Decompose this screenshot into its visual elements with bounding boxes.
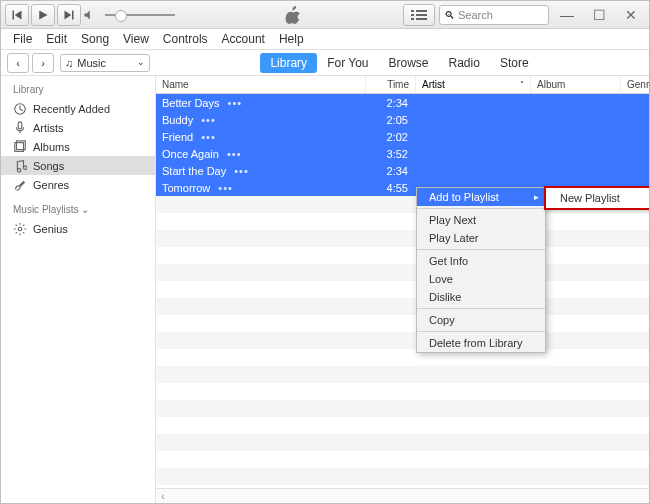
ctx-copy[interactable]: Copy [417, 311, 545, 329]
album-icon [13, 140, 27, 154]
submenu-new-playlist[interactable]: New Playlist [544, 186, 649, 210]
maximize-button[interactable]: ☐ [585, 5, 613, 25]
svg-rect-4 [411, 18, 414, 20]
sidebar-item-albums[interactable]: Albums [1, 137, 155, 156]
song-rows: Better Days •••2:34 Buddy •••2:05 Friend… [156, 94, 649, 488]
nav-bar: ‹ › ♫ Music ⌄ Library For You Browse Rad… [1, 50, 649, 76]
tab-for-you[interactable]: For You [317, 53, 378, 73]
source-label: Music [77, 57, 106, 69]
horizontal-scrollbar[interactable]: ‹ [156, 488, 649, 503]
volume-icon [83, 9, 95, 21]
svg-rect-1 [416, 10, 427, 12]
ctx-play-later[interactable]: Play Later [417, 229, 545, 247]
svg-rect-7 [18, 121, 22, 128]
music-note-icon: ♫ [65, 57, 73, 69]
chevron-right-icon: ▸ [534, 192, 539, 202]
tab-library[interactable]: Library [260, 53, 317, 73]
menu-song[interactable]: Song [75, 30, 115, 48]
clock-icon [13, 102, 27, 116]
guitar-icon [13, 178, 27, 192]
menu-edit[interactable]: Edit [40, 30, 73, 48]
menu-account[interactable]: Account [216, 30, 271, 48]
menu-file[interactable]: File [7, 30, 38, 48]
volume-slider[interactable] [105, 14, 175, 16]
sidebar-item-genius[interactable]: Genius [1, 219, 155, 238]
close-button[interactable]: ✕ [617, 5, 645, 25]
sort-asc-icon: ˄ [520, 80, 524, 89]
column-genre[interactable]: Genre [621, 76, 650, 93]
svg-rect-2 [411, 14, 414, 16]
context-menu: Add to Playlist▸ Play Next Play Later Ge… [416, 187, 546, 353]
column-time[interactable]: Time [366, 76, 416, 93]
tab-radio[interactable]: Radio [439, 53, 490, 73]
column-name[interactable]: Name [156, 76, 366, 93]
song-row[interactable]: Better Days •••2:34 [156, 94, 649, 111]
sidebar-item-artists[interactable]: Artists [1, 118, 155, 137]
search-input[interactable]: 🔍︎Search [439, 5, 549, 25]
ctx-delete[interactable]: Delete from Library [417, 334, 545, 352]
forward-button[interactable]: › [32, 53, 54, 73]
genius-icon [13, 222, 27, 236]
menu-controls[interactable]: Controls [157, 30, 214, 48]
column-album[interactable]: Album [531, 76, 621, 93]
sidebar-item-songs[interactable]: Songs [1, 156, 155, 175]
svg-point-10 [18, 227, 22, 231]
note-icon [13, 159, 27, 173]
title-bar: 🔍︎Search — ☐ ✕ [1, 1, 649, 29]
tab-browse[interactable]: Browse [379, 53, 439, 73]
search-placeholder: Search [458, 9, 493, 21]
svg-rect-3 [416, 14, 427, 16]
menu-bar: File Edit Song View Controls Account Hel… [1, 29, 649, 50]
minimize-button[interactable]: — [553, 5, 581, 25]
ctx-dislike[interactable]: Dislike [417, 288, 545, 306]
ctx-get-info[interactable]: Get Info [417, 252, 545, 270]
mic-icon [13, 121, 27, 135]
content-pane: Name Time Artist˄ Album Genre ♡ Better D… [156, 76, 649, 503]
song-row[interactable]: Buddy •••2:05 [156, 111, 649, 128]
menu-help[interactable]: Help [273, 30, 310, 48]
song-row[interactable]: Once Again •••3:52 [156, 145, 649, 162]
sidebar-section-library: Library [1, 82, 155, 99]
previous-track-button[interactable] [5, 4, 29, 26]
ctx-play-next[interactable]: Play Next [417, 211, 545, 229]
apple-logo-icon [285, 6, 301, 24]
column-artist[interactable]: Artist˄ [416, 76, 531, 93]
svg-rect-5 [416, 18, 427, 20]
chevron-updown-icon: ⌄ [137, 58, 145, 67]
tab-store[interactable]: Store [490, 53, 539, 73]
next-track-button[interactable] [57, 4, 81, 26]
sidebar: Library Recently Added Artists Albums So… [1, 76, 156, 503]
ctx-love[interactable]: Love [417, 270, 545, 288]
tabs: Library For You Browse Radio Store [150, 53, 649, 73]
source-selector[interactable]: ♫ Music ⌄ [60, 54, 150, 72]
ctx-add-to-playlist[interactable]: Add to Playlist▸ [417, 188, 545, 206]
menu-view[interactable]: View [117, 30, 155, 48]
play-button[interactable] [31, 4, 55, 26]
svg-rect-0 [411, 10, 414, 12]
scroll-left-icon: ‹ [156, 491, 170, 502]
list-view-button[interactable] [403, 4, 435, 26]
song-row[interactable]: Friend •••2:02 [156, 128, 649, 145]
column-headers: Name Time Artist˄ Album Genre ♡ [156, 76, 649, 94]
back-button[interactable]: ‹ [7, 53, 29, 73]
sidebar-item-genres[interactable]: Genres [1, 175, 155, 194]
sidebar-section-playlists: Music Playlists ⌄ [1, 202, 155, 219]
chevron-down-icon: ⌄ [81, 204, 89, 215]
search-icon: 🔍︎ [444, 9, 455, 21]
sidebar-item-recently-added[interactable]: Recently Added [1, 99, 155, 118]
song-row[interactable]: Start the Day •••2:34 [156, 162, 649, 179]
